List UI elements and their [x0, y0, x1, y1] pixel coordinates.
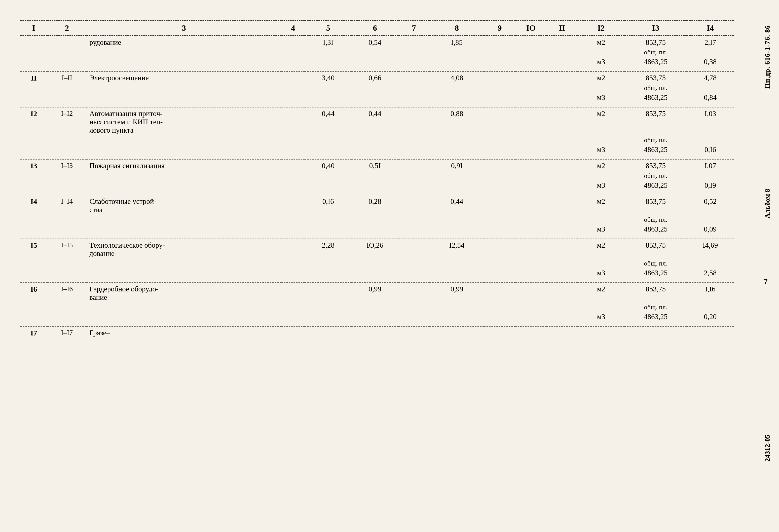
row-col8: 0,88	[430, 107, 484, 136]
row-col13	[624, 327, 687, 339]
header-col6: 6	[352, 21, 399, 36]
row-col10	[515, 159, 546, 172]
row-id: I4	[20, 195, 47, 216]
row-col8: 0,9I	[430, 159, 484, 172]
row-id: I6	[20, 283, 47, 303]
row-col14: 0,52	[687, 195, 734, 216]
row-col9	[484, 71, 515, 84]
row-id: II	[20, 71, 47, 84]
table-row: I3 I–I3 Пожарная сигнализация 0,40 0,5I …	[20, 159, 734, 172]
row-desc: Грязе–	[86, 327, 281, 339]
sub2-m: м3	[578, 57, 624, 67]
sub2-val1: 4863,25	[624, 224, 687, 234]
row-col10	[515, 107, 546, 136]
sub2-m: м3	[578, 268, 624, 278]
row-col6	[352, 327, 399, 339]
row-col14: 4,78	[687, 71, 734, 84]
row-col7	[399, 195, 430, 216]
row-col14: I,03	[687, 107, 734, 136]
row-col5: 2,28	[305, 239, 352, 260]
sub-row-2: м3 4863,25 0,84	[20, 93, 734, 103]
row-col6: 0,54	[352, 36, 399, 49]
page: Пп.др. 616-1-76. 86 Альбом 8 7 24312-05 …	[0, 0, 779, 532]
table-row: рудование I,3I 0,54 I,85 м2 853,75 2,I7	[20, 36, 734, 49]
row-col5: 0,I6	[305, 195, 352, 216]
row-col4	[281, 283, 305, 303]
sub2-val2: 0,09	[687, 224, 734, 234]
row-col9	[484, 107, 515, 136]
row-desc: Электроосвещение	[86, 71, 281, 84]
row-col11	[546, 159, 578, 172]
row-col4	[281, 239, 305, 260]
row-id: I7	[20, 327, 47, 339]
row-col5: 3,40	[305, 71, 352, 84]
row-col6: 0,5I	[352, 159, 399, 172]
header-col8: 8	[430, 21, 484, 36]
right-label-num: 24312-05	[763, 434, 771, 462]
row-col10	[515, 71, 546, 84]
row-col4	[281, 195, 305, 216]
sub-note: общ. пл.	[578, 49, 734, 57]
sub2-val2: 0,20	[687, 311, 734, 322]
sub-row-note: общ. пл.	[20, 84, 734, 93]
header-col14: I4	[687, 21, 734, 36]
sub-note: общ. пл.	[578, 136, 734, 144]
sub2-val2: 0,38	[687, 57, 734, 67]
row-col10	[515, 283, 546, 303]
row-id: I2	[20, 107, 47, 136]
row-col5: 0,40	[305, 159, 352, 172]
row-col8: 0,99	[430, 283, 484, 303]
sub-row-2: м3 4863,25 0,I6	[20, 144, 734, 155]
row-col4	[281, 159, 305, 172]
row-col10	[515, 195, 546, 216]
row-col14: I4,69	[687, 239, 734, 260]
sub-row-note: общ. пл.	[20, 216, 734, 224]
sub-row-note: общ. пл.	[20, 303, 734, 311]
row-col13: 853,75	[624, 36, 687, 49]
row-col7	[399, 239, 430, 260]
row-col10	[515, 239, 546, 260]
sub2-val2: 0,84	[687, 93, 734, 103]
table-row: I2 I–I2 Автоматизация приточ-ных систем …	[20, 107, 734, 136]
row-col11	[546, 239, 578, 260]
row-id: I3	[20, 159, 47, 172]
table-row: I5 I–I5 Технологическое обору-дование 2,…	[20, 239, 734, 260]
row-ref: I–II	[47, 71, 86, 84]
sub2-val1: 4863,25	[624, 144, 687, 155]
row-col5	[305, 283, 352, 303]
header-col1: I	[20, 21, 47, 36]
row-col14	[687, 327, 734, 339]
sub-row-note: общ. пл.	[20, 136, 734, 144]
row-col7	[399, 283, 430, 303]
sub-row-2: м3 4863,25 2,58	[20, 268, 734, 278]
row-ref: I–I3	[47, 159, 86, 172]
row-col12: м2	[578, 195, 624, 216]
row-col6: 0,28	[352, 195, 399, 216]
row-col12: м2	[578, 107, 624, 136]
row-ref: I–I4	[47, 195, 86, 216]
sub2-val1: 4863,25	[624, 57, 687, 67]
header-col12: I2	[578, 21, 624, 36]
right-label-top: Пп.др. 616-1-76. 86	[763, 25, 771, 88]
row-col8: 0,44	[430, 195, 484, 216]
sub2-m: м3	[578, 93, 624, 103]
table-row: I4 I–I4 Слаботочные устрой-ства 0,I6 0,2…	[20, 195, 734, 216]
row-col11	[546, 36, 578, 49]
row-desc: Слаботочные устрой-ства	[86, 195, 281, 216]
row-col4	[281, 71, 305, 84]
sub-note: общ. пл.	[578, 260, 734, 268]
row-col7	[399, 36, 430, 49]
sub2-val2: 0,I9	[687, 180, 734, 190]
row-ref: I–I6	[47, 283, 86, 303]
row-col12: м2	[578, 239, 624, 260]
sub-row-note: общ. пл.	[20, 172, 734, 180]
sub-row-2: м3 4863,25 0,38	[20, 57, 734, 67]
header-col3: 3	[86, 21, 281, 36]
header-col5: 5	[305, 21, 352, 36]
row-col13: 853,75	[624, 283, 687, 303]
right-label-seven: 7	[764, 277, 768, 286]
row-col9	[484, 159, 515, 172]
sub2-m: м3	[578, 144, 624, 155]
row-col5: 0,44	[305, 107, 352, 136]
row-col12: м2	[578, 36, 624, 49]
